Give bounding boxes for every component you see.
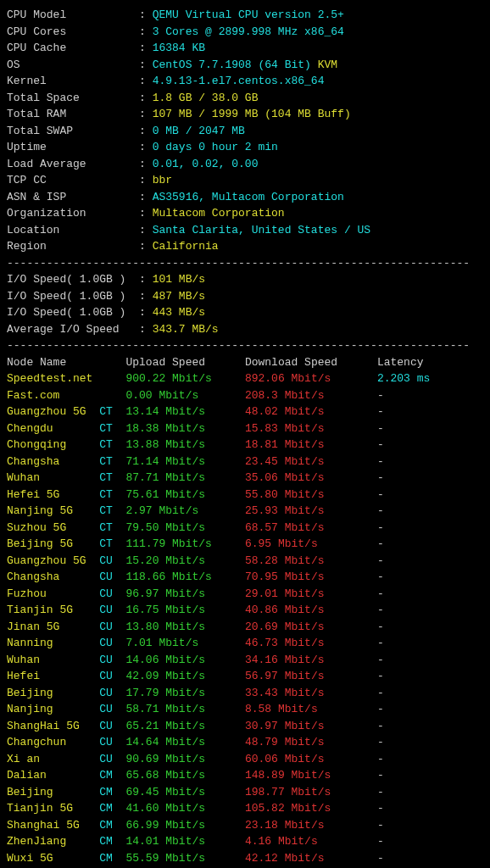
io-label: Average I/O Speed <box>7 321 139 338</box>
speed-row: Wuxi 5G CM 55.59 Mbit/s 42.12 Mbit/s - <box>7 850 483 867</box>
colon: : <box>139 207 153 220</box>
node-name: Nanjing 5G <box>7 504 99 517</box>
info-value: QEMU Virtual CPU version 2.5+ <box>153 8 344 21</box>
node-tag: CU <box>99 620 125 633</box>
info-label: OS <box>7 57 139 74</box>
colon: : <box>139 25 153 38</box>
io-row: I/O Speed( 1.0GB ) : 487 MB/s <box>7 288 483 305</box>
colon: : <box>139 141 153 153</box>
download-speed: 18.81 Mbit/s <box>245 438 377 451</box>
node-tag: CT <box>99 455 125 468</box>
info-value: California <box>153 240 219 253</box>
info-label: Organization <box>7 205 139 222</box>
upload-speed: 7.01 Mbit/s <box>125 637 244 649</box>
colon: : <box>139 174 153 186</box>
info-value: Multacom Corporation <box>153 207 285 220</box>
colon: : <box>139 58 153 71</box>
upload-speed: 15.20 Mbit/s <box>125 554 244 567</box>
speed-row: Beijing 5G CT 111.79 Mbit/s 6.95 Mbit/s … <box>7 536 483 553</box>
colon: : <box>139 125 153 137</box>
node-name: Beijing <box>7 687 99 699</box>
node-tag: CU <box>99 604 125 616</box>
speed-row: Fast.com 0.00 Mbit/s 208.3 Mbit/s - <box>7 387 483 404</box>
node-name: Beijing 5G <box>7 537 99 550</box>
node-tag: CU <box>99 720 125 732</box>
upload-speed: 55.59 Mbit/s <box>125 852 244 865</box>
info-label: Location <box>7 222 139 239</box>
upload-speed: 14.01 Mbit/s <box>125 835 244 848</box>
latency: - <box>377 637 384 649</box>
info-label: Uptime <box>7 139 139 156</box>
upload-speed: 96.97 Mbit/s <box>125 587 244 600</box>
info-label: TCP CC <box>7 172 139 189</box>
info-value: 0 days 0 hour 2 min <box>153 141 278 153</box>
info-extra: KVM <box>311 58 337 71</box>
colon: : <box>139 290 153 303</box>
node-tag: CU <box>99 687 125 699</box>
node-name: Fuzhou <box>7 587 99 600</box>
info-row: Total Space : 1.8 GB / 38.0 GB <box>7 90 483 107</box>
upload-speed: 65.21 Mbit/s <box>125 720 244 732</box>
info-row: CPU Model : QEMU Virtual CPU version 2.5… <box>7 7 483 24</box>
speed-row: Wuhan CT 87.71 Mbit/s 35.06 Mbit/s - <box>7 470 483 487</box>
speed-row: ShangHai 5G CU 65.21 Mbit/s 30.97 Mbit/s… <box>7 718 483 735</box>
upload-speed: 75.61 Mbit/s <box>125 488 244 501</box>
upload-speed: 71.14 Mbit/s <box>125 455 244 468</box>
latency: - <box>377 852 384 865</box>
io-value: 343.7 MB/s <box>153 323 219 336</box>
download-speed: 34.16 Mbit/s <box>245 654 377 666</box>
node-name: Beijing <box>7 786 99 798</box>
upload-speed: 18.38 Mbit/s <box>125 422 244 435</box>
info-value: 107 MB / 1999 MB (104 MB Buff) <box>153 108 351 120</box>
info-row: Kernel : 4.9.13-1.el7.centos.x86_64 <box>7 73 483 90</box>
info-value: 0 MB / 2047 MB <box>153 125 245 137</box>
header-latency: Latency <box>377 356 424 369</box>
node-name: Tianjin 5G <box>7 802 99 815</box>
latency: - <box>377 389 384 402</box>
node-tag: CU <box>99 753 125 765</box>
colon: : <box>139 191 153 203</box>
speed-row: Speedtest.net 900.22 Mbit/s 892.06 Mbit/… <box>7 370 483 387</box>
colon: : <box>139 108 153 120</box>
speed-row: Tianjin 5G CU 16.75 Mbit/s 40.86 Mbit/s … <box>7 602 483 619</box>
speedtest-section: Speedtest.net 900.22 Mbit/s 892.06 Mbit/… <box>7 370 483 868</box>
speed-row: Suzhou 5G CT 79.50 Mbit/s 68.57 Mbit/s - <box>7 520 483 537</box>
download-speed: 8.58 Mbit/s <box>245 703 377 715</box>
info-label: Region <box>7 238 139 255</box>
info-row: Region : California <box>7 238 483 255</box>
info-row: Uptime : 0 days 0 hour 2 min <box>7 139 483 156</box>
upload-speed: 0.00 Mbit/s <box>125 389 244 402</box>
latency: - <box>377 654 384 666</box>
node-name: Shanghai 5G <box>7 819 99 832</box>
node-name: Tianjin 5G <box>7 604 99 616</box>
latency: - <box>377 488 384 501</box>
node-name: Xi an <box>7 753 99 765</box>
io-label: I/O Speed( 1.0GB ) <box>7 288 139 305</box>
latency: - <box>377 438 384 451</box>
info-row: Load Average : 0.01, 0.02, 0.00 <box>7 156 483 173</box>
node-name: ShangHai 5G <box>7 720 99 732</box>
upload-speed: 13.14 Mbit/s <box>125 405 244 418</box>
upload-speed: 87.71 Mbit/s <box>125 471 244 484</box>
upload-speed: 16.75 Mbit/s <box>125 604 244 616</box>
download-speed: 105.82 Mbit/s <box>245 802 377 815</box>
latency: - <box>377 720 384 732</box>
latency: - <box>377 802 384 815</box>
download-speed: 55.80 Mbit/s <box>245 488 377 501</box>
latency: - <box>377 554 384 567</box>
info-label: CPU Cores <box>7 24 139 41</box>
divider: ----------------------------------------… <box>7 255 483 272</box>
colon: : <box>139 75 153 87</box>
io-row: I/O Speed( 1.0GB ) : 101 MB/s <box>7 271 483 288</box>
speed-row: Nanning CU 7.01 Mbit/s 46.73 Mbit/s - <box>7 635 483 652</box>
node-tag: CU <box>99 670 125 682</box>
node-tag: CT <box>99 471 125 484</box>
info-value: 4.9.13-1.el7.centos.x86_64 <box>153 75 325 87</box>
info-value: 3 Cores @ 2899.998 MHz x86_64 <box>153 25 344 38</box>
latency: - <box>377 835 384 848</box>
speedtest-header: Node Name Upload Speed Download Speed La… <box>7 354 483 371</box>
node-name: Guangzhou 5G <box>7 554 99 567</box>
node-tag <box>99 372 125 385</box>
speed-row: Nanjing 5G CT 2.97 Mbit/s 25.93 Mbit/s - <box>7 503 483 520</box>
node-tag: CM <box>99 819 125 832</box>
